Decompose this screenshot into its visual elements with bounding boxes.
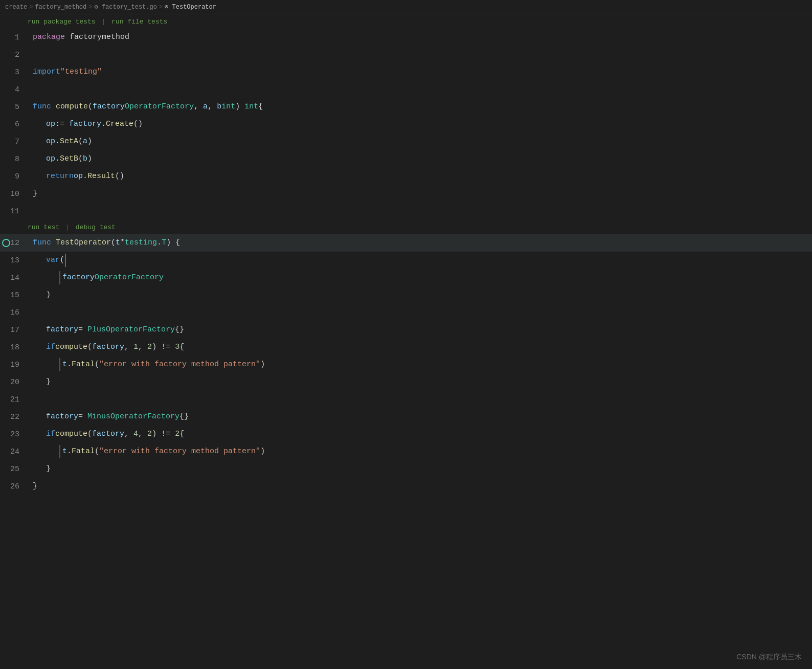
code-line-26: 26 } bbox=[0, 478, 812, 495]
line-number-4: 4 bbox=[0, 81, 28, 98]
line-number-8: 8 bbox=[0, 150, 28, 168]
line-content-3: import "testing" bbox=[28, 63, 812, 81]
line-number-26: 26 bbox=[0, 478, 28, 495]
line-number-12: 12 bbox=[0, 234, 28, 252]
run-package-text[interactable]: run package tests | run file tests bbox=[28, 17, 167, 27]
line-content-10: } bbox=[28, 185, 812, 203]
breadcrumb-sep-3: > bbox=[159, 4, 163, 11]
code-line-5: 5 func compute(factory OperatorFactory, … bbox=[0, 98, 812, 116]
line-number-10: 10 bbox=[0, 185, 28, 203]
breadcrumb: create > factory_method > ⚙ factory_test… bbox=[0, 0, 812, 14]
code-line-3: 3 import "testing" bbox=[0, 63, 812, 81]
run-file-link[interactable]: run file tests bbox=[111, 18, 167, 26]
line-number-5: 5 bbox=[0, 98, 28, 116]
run-package-line: run package tests | run file tests bbox=[0, 14, 812, 29]
code-line-2: 2 bbox=[0, 46, 812, 63]
breadcrumb-part-3[interactable]: ⚙ factory_test.go bbox=[94, 3, 156, 11]
code-line-21: 21 bbox=[0, 391, 812, 408]
breadcrumb-part-2[interactable]: factory_method bbox=[35, 4, 86, 11]
line-content-18: if compute(factory, 1, 2) != 3 { bbox=[28, 339, 812, 356]
line-number-25: 25 bbox=[0, 460, 28, 478]
debug-test-link[interactable]: debug test bbox=[76, 224, 116, 231]
line-number-18: 18 bbox=[0, 339, 28, 356]
line-content-14: factory OperatorFactory bbox=[28, 269, 812, 286]
line-content-2 bbox=[28, 46, 812, 63]
line-number-22: 22 bbox=[0, 408, 28, 426]
line-number-23: 23 bbox=[0, 426, 28, 443]
line-content-24: t.Fatal("error with factory method patte… bbox=[28, 443, 812, 460]
code-line-9: 9 return op.Result() bbox=[0, 168, 812, 185]
breadcrumb-part-4[interactable]: ⊙ TestOperator bbox=[165, 3, 216, 11]
line-content-9: return op.Result() bbox=[28, 168, 812, 185]
line-content-19: t.Fatal("error with factory method patte… bbox=[28, 356, 812, 373]
breadcrumb-part-1[interactable]: create bbox=[5, 4, 27, 11]
pipe-2: | bbox=[65, 224, 70, 231]
line-content-7: op.SetA(a) bbox=[28, 133, 812, 150]
line-content-21 bbox=[28, 391, 812, 408]
line-content-8: op.SetB(b) bbox=[28, 150, 812, 168]
line-number-11: 11 bbox=[0, 203, 28, 220]
run-test-line: run test | debug test bbox=[0, 220, 812, 234]
code-line-15: 15 ) bbox=[0, 286, 812, 304]
code-line-13: 13 var ( bbox=[0, 252, 812, 269]
breakpoint-icon[interactable] bbox=[1, 238, 11, 248]
code-line-6: 6 op := factory.Create() bbox=[0, 116, 812, 133]
green-circle-indicator bbox=[2, 239, 10, 247]
line-content-6: op := factory.Create() bbox=[28, 116, 812, 133]
line-number-15: 15 bbox=[0, 286, 28, 304]
line-content-5: func compute(factory OperatorFactory, a,… bbox=[28, 98, 812, 116]
line-number-24: 24 bbox=[0, 443, 28, 460]
line-content-4 bbox=[28, 81, 812, 98]
code-line-14: 14 factory OperatorFactory bbox=[0, 269, 812, 286]
run-test-text[interactable]: run test | debug test bbox=[28, 222, 116, 232]
code-line-8: 8 op.SetB(b) bbox=[0, 150, 812, 168]
code-line-4: 4 bbox=[0, 81, 812, 98]
line-content-11 bbox=[28, 203, 812, 220]
line-number-20: 20 bbox=[0, 373, 28, 391]
code-line-25: 25 } bbox=[0, 460, 812, 478]
line-content-25: } bbox=[28, 460, 812, 478]
line-number-1: 1 bbox=[0, 29, 28, 46]
line-content-15: ) bbox=[28, 286, 812, 304]
code-line-24: 24 t.Fatal("error with factory method pa… bbox=[0, 443, 812, 460]
code-editor: run package tests | run file tests 1 pac… bbox=[0, 14, 812, 668]
code-line-22: 22 factory = MinusOperatorFactory{} bbox=[0, 408, 812, 426]
line-content-20: } bbox=[28, 373, 812, 391]
line-content-13: var ( bbox=[28, 252, 812, 269]
line-number-17: 17 bbox=[0, 321, 28, 339]
line-content-22: factory = MinusOperatorFactory{} bbox=[28, 408, 812, 426]
run-test-link[interactable]: run test bbox=[28, 224, 59, 231]
code-line-23: 23 if compute(factory, 4, 2) != 2 { bbox=[0, 426, 812, 443]
code-line-18: 18 if compute(factory, 1, 2) != 3 { bbox=[0, 339, 812, 356]
code-line-20: 20 } bbox=[0, 373, 812, 391]
line-number-21: 21 bbox=[0, 391, 28, 408]
line-number-16: 16 bbox=[0, 304, 28, 321]
line-content-17: factory = PlusOperatorFactory{} bbox=[28, 321, 812, 339]
code-line-19: 19 t.Fatal("error with factory method pa… bbox=[0, 356, 812, 373]
line-number-13: 13 bbox=[0, 252, 28, 269]
line-number-6: 6 bbox=[0, 116, 28, 133]
breadcrumb-sep-2: > bbox=[88, 4, 92, 11]
line-content-16 bbox=[28, 304, 812, 321]
line-number-3: 3 bbox=[0, 63, 28, 81]
code-line-1: 1 package factorymethod bbox=[0, 29, 812, 46]
line-content-1: package factorymethod bbox=[28, 29, 812, 46]
line-number-9: 9 bbox=[0, 168, 28, 185]
code-line-10: 10 } bbox=[0, 185, 812, 203]
line-content-23: if compute(factory, 4, 2) != 2 { bbox=[28, 426, 812, 443]
line-number-19: 19 bbox=[0, 356, 28, 373]
pipe-1: | bbox=[101, 18, 105, 26]
code-line-11: 11 bbox=[0, 203, 812, 220]
watermark-text: CSDN @程序员三木 bbox=[736, 653, 802, 662]
line-number-2: 2 bbox=[0, 46, 28, 63]
code-line-17: 17 factory = PlusOperatorFactory{} bbox=[0, 321, 812, 339]
breadcrumb-sep-1: > bbox=[29, 4, 33, 11]
line-number-7: 7 bbox=[0, 133, 28, 150]
code-line-7: 7 op.SetA(a) bbox=[0, 133, 812, 150]
line-content-12: func TestOperator(t *testing.T) { bbox=[28, 234, 812, 252]
code-line-12: 12 func TestOperator(t *testing.T) { bbox=[0, 234, 812, 252]
code-line-16: 16 bbox=[0, 304, 812, 321]
line-number-14: 14 bbox=[0, 269, 28, 286]
line-content-26: } bbox=[28, 478, 812, 495]
run-package-link[interactable]: run package tests bbox=[28, 18, 96, 26]
